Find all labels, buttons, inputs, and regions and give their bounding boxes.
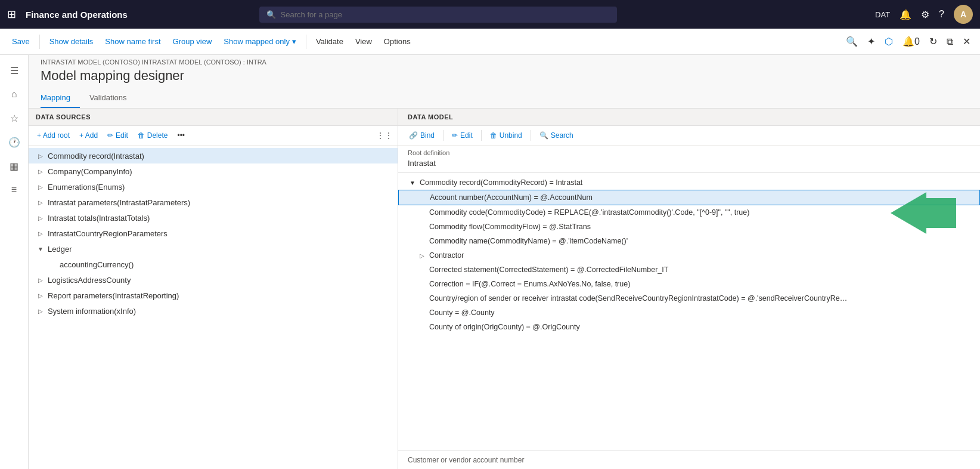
search-toolbar-icon[interactable]: 🔍 <box>843 33 860 50</box>
trash-icon: 🗑 <box>138 131 145 140</box>
dm-tree-item-account-num[interactable]: Account number(AccountNum) = @.AccountNu… <box>398 190 980 205</box>
sidebar-favorites-icon[interactable]: ☆ <box>4 107 25 129</box>
sidebar-recent-icon[interactable]: 🕐 <box>4 131 25 153</box>
bind-button[interactable]: 🔗 Bind <box>405 129 438 141</box>
expand-icon[interactable]: ▷ <box>36 151 45 161</box>
global-search-input[interactable] <box>281 10 610 19</box>
expand-icon[interactable]: ▷ <box>36 229 45 238</box>
data-sources-header: DATA SOURCES <box>29 109 398 126</box>
add-button[interactable]: + Add <box>76 129 101 141</box>
dm-tree-item[interactable]: Commodity name(CommodityName) = @.'itemC… <box>398 234 980 248</box>
data-model-toolbar: 🔗 Bind ✏ Edit 🗑 Unbind 🔍 <box>398 126 980 146</box>
expand-icon <box>417 294 427 303</box>
tree-item[interactable]: ▷ Enumerations(Enums) <box>29 179 398 195</box>
pencil-icon: ✏ <box>107 131 113 140</box>
expand-icon <box>418 193 427 202</box>
dm-tree-item[interactable]: Correction = IF(@.Correct = Enums.AxNoYe… <box>398 277 980 291</box>
tree-item[interactable]: ▷ LogisticsAddressCounty <box>29 272 398 288</box>
expand-icon[interactable]: ▷ <box>36 275 45 285</box>
expand-icon <box>417 265 427 274</box>
sidebar-home-icon[interactable]: ⌂ <box>4 84 25 105</box>
dm-tree-item[interactable]: Commodity code(CommodityCode) = REPLACE(… <box>398 205 980 220</box>
show-details-button[interactable]: Show details <box>45 35 98 48</box>
close-icon[interactable]: ✕ <box>960 33 973 50</box>
dm-separator-2 <box>481 130 482 141</box>
help-question-icon[interactable]: ? <box>939 9 944 20</box>
tree-item[interactable]: ▷ Report parameters(IntrastatReporting) <box>29 288 398 303</box>
data-model-header: DATA MODEL <box>398 109 980 126</box>
notification-bell-icon[interactable]: 🔔 <box>900 9 911 20</box>
tab-validations[interactable]: Validations <box>89 88 137 108</box>
more-options-button[interactable]: ••• <box>173 129 188 141</box>
expand-icon[interactable]: ▷ <box>417 251 427 260</box>
dm-tree-item[interactable]: Country/region of sender or receiver int… <box>398 291 980 306</box>
show-mapped-only-button[interactable]: Show mapped only ▾ <box>219 35 301 48</box>
tree-item[interactable]: ▷ IntrastatCountryRegionParameters <box>29 226 398 241</box>
dm-separator-3 <box>531 130 531 141</box>
user-avatar[interactable]: A <box>954 5 973 24</box>
view-button[interactable]: View <box>351 35 377 48</box>
settings-gear-icon[interactable]: ⚙ <box>921 9 929 20</box>
waffle-icon[interactable]: ⊞ <box>7 8 16 21</box>
tab-mapping[interactable]: Mapping <box>41 88 80 108</box>
edit-pencil-icon: ✏ <box>452 131 458 140</box>
breadcrumb-area: INTRASTAT MODEL (CONTOSO) INTRASTAT MODE… <box>29 55 980 66</box>
dm-tree-item[interactable]: County = @.County <box>398 306 980 320</box>
expand-icon <box>417 322 427 332</box>
edit-dm-button[interactable]: ✏ Edit <box>448 129 476 141</box>
dm-tree-item[interactable]: Corrected statement(CorrectedStatement) … <box>398 263 980 277</box>
expand-icon[interactable]: ▼ <box>408 178 417 187</box>
show-name-first-button[interactable]: Show name first <box>100 35 165 48</box>
unbind-button[interactable]: 🗑 Unbind <box>486 129 526 141</box>
expand-icon[interactable]: ▷ <box>36 291 45 300</box>
tree-item[interactable]: ▷ Company(CompanyInfo) <box>29 163 398 179</box>
open-in-new-icon[interactable]: ⧉ <box>944 34 956 50</box>
expand-icon <box>48 260 57 269</box>
customize-icon[interactable]: ✦ <box>865 33 877 50</box>
validate-button[interactable]: Validate <box>311 35 348 48</box>
notification-count-icon[interactable]: 🔔0 <box>900 33 922 50</box>
dm-tree-item[interactable]: County of origin(OrigCounty) = @.OrigCou… <box>398 320 980 334</box>
save-button[interactable]: Save <box>7 35 35 48</box>
tree-item[interactable]: accountingCurrency() <box>29 257 398 272</box>
search-dm-button[interactable]: 🔍 Search <box>536 129 577 141</box>
dm-tree-item[interactable]: Commodity flow(CommodityFlow) = @.StatTr… <box>398 220 980 234</box>
expand-icon[interactable]: ▷ <box>36 182 45 192</box>
sidebar-modules-icon[interactable]: ≡ <box>4 179 25 200</box>
sidebar-menu-icon[interactable]: ☰ <box>4 60 25 81</box>
dm-tree-item[interactable]: ▷ Contractor <box>398 248 980 263</box>
office-icon[interactable]: ⬡ <box>882 33 895 50</box>
dropdown-chevron-icon: ▾ <box>292 37 296 46</box>
breadcrumb: INTRASTAT MODEL (CONTOSO) INTRASTAT MODE… <box>41 58 968 66</box>
tree-item[interactable]: ▷ Commodity record(Intrastat) <box>29 148 398 163</box>
root-definition-value: Intrastat <box>398 158 980 173</box>
tree-item[interactable]: ▷ System information(xInfo) <box>29 303 398 319</box>
refresh-icon[interactable]: ↻ <box>927 33 939 50</box>
expand-icon <box>417 279 427 289</box>
global-search-bar[interactable]: 🔍 <box>259 7 617 23</box>
tree-item[interactable]: ▷ Intrastat parameters(IntrastatParamete… <box>29 195 398 210</box>
add-root-button[interactable]: + Add root <box>33 129 73 141</box>
content-area: INTRASTAT MODEL (CONTOSO) INTRASTAT MODE… <box>29 55 980 469</box>
expand-icon[interactable]: ▷ <box>36 198 45 207</box>
left-panel-data-sources: DATA SOURCES + Add root + Add ✏ Edit 🗑 D… <box>29 109 398 469</box>
panel-resize-handle[interactable]: ⋮⋮ <box>376 131 393 140</box>
delete-button[interactable]: 🗑 Delete <box>134 129 172 141</box>
search-icon: 🔍 <box>266 10 276 19</box>
tree-item[interactable]: ▼ Ledger <box>29 241 398 257</box>
options-button[interactable]: Options <box>379 35 415 48</box>
edit-button[interactable]: ✏ Edit <box>104 129 132 141</box>
group-view-button[interactable]: Group view <box>168 35 217 48</box>
expand-icon[interactable]: ▼ <box>36 244 45 254</box>
expand-icon[interactable]: ▷ <box>36 213 45 223</box>
tree-item[interactable]: ▷ Intrastat totals(IntrastatTotals) <box>29 210 398 226</box>
link-icon: 🔗 <box>409 131 418 140</box>
sidebar-workspaces-icon[interactable]: ▦ <box>4 155 25 177</box>
tabs-row: Mapping Validations <box>29 88 980 109</box>
expand-icon <box>417 208 427 217</box>
expand-icon <box>417 236 427 246</box>
dm-tree-item[interactable]: ▼ Commodity record(CommodityRecord) = In… <box>398 175 980 190</box>
expand-icon[interactable]: ▷ <box>36 166 45 176</box>
expand-icon[interactable]: ▷ <box>36 306 45 316</box>
right-panel-data-model: DATA MODEL 🔗 Bind ✏ Edit 🗑 Unbind <box>398 109 980 469</box>
